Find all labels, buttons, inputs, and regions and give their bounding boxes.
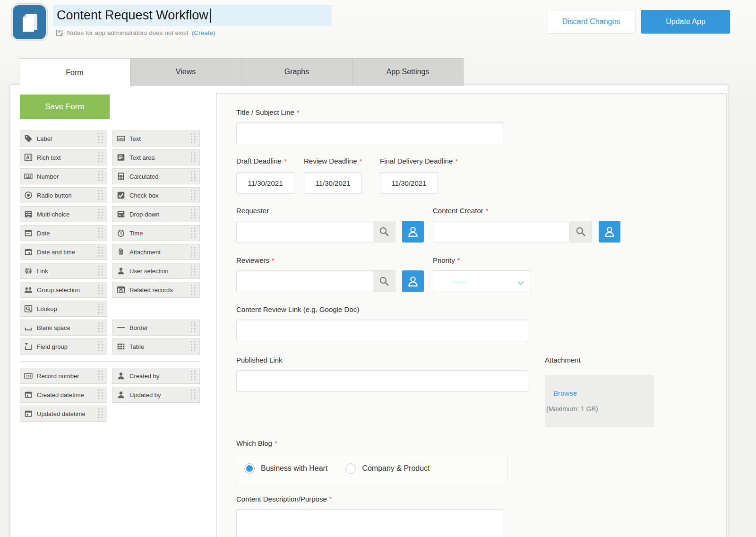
content-creator-search-button[interactable] <box>569 221 592 242</box>
palette-item-label: Text <box>129 135 141 142</box>
calculated-icon <box>117 172 125 181</box>
attachment-dropzone[interactable]: Browse (Maximum: 1 GB) <box>545 375 654 427</box>
reviewers-search-button[interactable] <box>373 271 395 292</box>
requester-search-button[interactable] <box>373 221 395 242</box>
palette-item-radio-button[interactable]: Radio button <box>20 187 107 203</box>
palette-item-user-selection[interactable]: User selection <box>112 263 200 279</box>
priority-dropdown[interactable]: ----- <box>433 270 531 292</box>
palette-item-group-selection[interactable]: Group selection <box>20 282 107 298</box>
form-canvas: Title / Subject Line* Draft Deadline* Re… <box>216 93 727 537</box>
draft-deadline-input[interactable] <box>236 172 294 194</box>
title-subject-input[interactable] <box>236 122 504 144</box>
palette-item-check-box[interactable]: Check box <box>112 187 200 203</box>
palette-item-time[interactable]: Time <box>112 225 200 241</box>
palette-item-label: Created by <box>129 372 160 380</box>
drag-handle-icon[interactable] <box>98 303 104 314</box>
palette-item-label[interactable]: Label <box>20 130 107 147</box>
browse-link[interactable]: Browse <box>553 389 654 397</box>
drag-handle-icon[interactable] <box>190 190 197 201</box>
radio-button-icon[interactable] <box>345 463 356 474</box>
final-delivery-deadline-input[interactable] <box>380 172 438 194</box>
review-deadline-input[interactable] <box>304 172 362 194</box>
drag-handle-icon[interactable] <box>190 322 197 333</box>
drag-handle-icon[interactable] <box>98 190 104 201</box>
radio-option-company-product[interactable]: Company & Product <box>345 463 430 474</box>
palette-item-label: Group selection <box>37 286 80 294</box>
drag-handle-icon[interactable] <box>190 341 197 352</box>
palette-item-table[interactable]: Table <box>112 338 200 355</box>
radio-option-label: Company & Product <box>362 464 430 473</box>
drag-handle-icon[interactable] <box>98 370 104 381</box>
palette-item-lookup[interactable]: Lookup <box>20 301 107 317</box>
palette-item-attachment[interactable]: Attachment <box>112 244 200 260</box>
tab-views[interactable]: Views <box>130 58 241 86</box>
drag-handle-icon[interactable] <box>190 265 197 277</box>
drag-handle-icon[interactable] <box>98 171 104 182</box>
palette-item-field-group[interactable]: Field group <box>20 338 107 355</box>
drag-handle-icon[interactable] <box>98 265 104 277</box>
drag-handle-icon[interactable] <box>190 152 197 163</box>
palette-item-related-records[interactable]: Related records <box>112 282 200 298</box>
reviewers-input[interactable] <box>237 271 373 292</box>
requester-pick-user-button[interactable] <box>402 221 424 243</box>
create-notes-link[interactable]: (Create) <box>192 29 215 36</box>
drag-handle-icon[interactable] <box>190 246 197 258</box>
drag-handle-icon[interactable] <box>98 341 104 352</box>
palette-item-created-by[interactable]: Created by <box>112 368 200 384</box>
drag-handle-icon[interactable] <box>98 246 104 258</box>
required-asterisk: * <box>275 439 277 447</box>
content-creator-input[interactable] <box>433 221 569 242</box>
content-review-link-input[interactable] <box>236 320 529 341</box>
drag-handle-icon[interactable] <box>98 284 104 295</box>
palette-item-updated-datetime[interactable]: Updated datetime <box>20 406 107 422</box>
content-description-textarea[interactable] <box>236 509 504 537</box>
palette-item-drop-down[interactable]: Drop-down <box>112 206 200 222</box>
palette-item-label: Blank space <box>37 324 70 331</box>
palette-item-number[interactable]: 123Number <box>20 168 107 184</box>
drag-handle-icon[interactable] <box>190 389 197 400</box>
published-link-input[interactable] <box>236 370 529 392</box>
drag-handle-icon[interactable] <box>98 208 104 220</box>
palette-item-blank-space[interactable]: Blank space <box>20 320 107 336</box>
drag-handle-icon[interactable] <box>190 208 197 220</box>
drag-handle-icon[interactable] <box>190 171 197 182</box>
reviewers-pick-user-button[interactable] <box>402 270 424 292</box>
drag-handle-icon[interactable] <box>98 227 104 239</box>
palette-item-link[interactable]: Link <box>20 263 107 279</box>
search-icon <box>379 226 389 237</box>
settings-tabs: Form Views Graphs App Settings <box>19 58 464 87</box>
updated-by-icon <box>117 390 125 399</box>
palette-item-created-datetime[interactable]: Created datetime <box>20 387 107 403</box>
save-form-button[interactable]: Save Form <box>20 95 110 119</box>
palette-item-text-area[interactable]: Text area <box>112 149 200 165</box>
drag-handle-icon[interactable] <box>98 152 104 163</box>
requester-input[interactable] <box>237 221 373 242</box>
tab-graphs[interactable]: Graphs <box>241 58 352 86</box>
tab-form[interactable]: Form <box>19 58 130 87</box>
radio-button-icon[interactable] <box>244 463 255 474</box>
palette-item-calculated[interactable]: Calculated <box>112 168 200 184</box>
drag-handle-icon[interactable] <box>98 133 104 144</box>
palette-item-label: Record number <box>37 372 79 380</box>
drag-handle-icon[interactable] <box>190 227 197 239</box>
update-app-button[interactable]: Update App <box>641 10 730 34</box>
drag-handle-icon[interactable] <box>190 370 197 381</box>
drag-handle-icon[interactable] <box>98 408 104 419</box>
palette-item-text[interactable]: ABCText <box>112 130 200 147</box>
content-creator-pick-user-button[interactable] <box>599 221 620 243</box>
app-title-input[interactable]: Content Request Workflow <box>53 5 332 26</box>
radio-option-business-with-heart[interactable]: Business with Heart <box>244 463 327 474</box>
drag-handle-icon[interactable] <box>190 284 197 295</box>
palette-item-updated-by[interactable]: Updated by <box>112 387 200 403</box>
tab-app-settings[interactable]: App Settings <box>352 58 464 86</box>
drag-handle-icon[interactable] <box>98 389 104 400</box>
palette-item-border[interactable]: Border <box>112 320 200 336</box>
discard-changes-button[interactable]: Discard Changes <box>547 10 636 34</box>
palette-item-multi-choice[interactable]: Multi-choice <box>20 206 107 222</box>
palette-item-date-and-time[interactable]: Date and time <box>20 244 107 260</box>
palette-item-rich-text[interactable]: ARich text <box>20 149 107 165</box>
drag-handle-icon[interactable] <box>190 133 197 144</box>
palette-item-date[interactable]: Date <box>20 225 107 241</box>
drag-handle-icon[interactable] <box>98 322 104 333</box>
palette-item-record-number[interactable]: 123Record number <box>20 368 107 384</box>
